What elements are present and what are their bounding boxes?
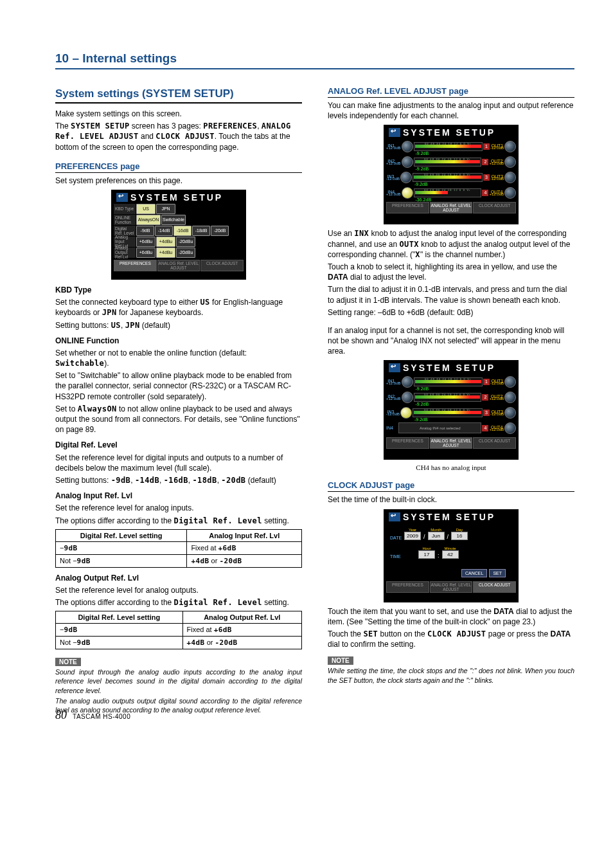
text: dial to adjust the level.: [348, 273, 427, 282]
option-button: -20dB: [211, 226, 229, 236]
value: +12.0dB: [489, 397, 504, 401]
value: -12.0dB: [386, 412, 400, 416]
row-label: Analog Output Ref.Lvl: [114, 248, 136, 258]
field-value: 16: [451, 532, 468, 540]
text: setting.: [262, 598, 289, 607]
value: +12.0dB: [489, 192, 504, 196]
body-text: Setting range: –6dB to +6dB (default: 0d…: [328, 307, 574, 318]
row-label: KBD Type: [114, 204, 136, 214]
level-meter: 60 48 36 24 18 12 6 0 Vr-9.2dB: [414, 393, 482, 402]
runhead: Analog Output Ref. Lvl: [55, 573, 302, 583]
subheading-preferences: PREFERENCES page: [55, 161, 302, 173]
text: (default): [245, 476, 276, 485]
channel-num: 3: [483, 174, 490, 181]
level-meter: 60 48 36 24 18 12 6 0 Vr-9.2dB: [414, 142, 483, 151]
runhead: KBD Type: [55, 285, 302, 295]
knob-icon: [402, 376, 413, 388]
table-header: Analog Output Ref. Lvl: [182, 611, 301, 624]
body-text: Set the reference level for digital inpu…: [55, 453, 302, 473]
knob-icon: [504, 172, 516, 183]
body-text: Make system settings on this screen.: [55, 109, 302, 119]
table-cell: +4dB or -20dB: [187, 554, 302, 567]
field-value: 17: [418, 550, 435, 559]
body-text: Touch the item that you want to set, and…: [328, 606, 574, 627]
left-column: System settings (SYSTEM SETUP) Make syst…: [55, 86, 302, 716]
text: " is the channel number.): [420, 250, 505, 259]
text: or: [209, 557, 219, 565]
option-button: -14dB: [155, 226, 173, 236]
level-meter: 60 48 36 24 18 12 6 0 Vr-9.2dB: [414, 377, 483, 386]
body-text: Set to AlwaysON to not allow online play…: [55, 404, 302, 435]
separator: /: [422, 534, 427, 540]
ui-term: PREFERENCES: [203, 122, 257, 131]
value: -12.0dB: [490, 412, 504, 416]
tab: CLOCK ADJUST: [473, 202, 516, 213]
ui-term: +6dB: [214, 626, 232, 634]
value: +12.0dB: [386, 161, 401, 165]
body-text: Touch the SET button on the CLOCK ADJUST…: [328, 629, 574, 649]
figure-caption: CH4 has no analog input: [328, 464, 574, 471]
table-header: Digital Ref. Level setting: [56, 529, 187, 541]
ui-term: SYSTEM SETUP: [71, 122, 130, 131]
channel-label: IN4: [386, 426, 398, 430]
text: for Japanese keyboards.: [117, 308, 204, 317]
body-text: Set whether or not to enable the online …: [55, 348, 302, 368]
text: The: [55, 122, 71, 131]
text: The options differ according to the: [55, 598, 174, 607]
ui-term: 9dB: [77, 557, 91, 565]
channel-num: 4: [482, 190, 488, 196]
value: -9.2dB: [414, 182, 428, 186]
option-button: +4dBu: [156, 248, 175, 258]
value: -12.0dB: [490, 381, 504, 385]
tab: PREFERENCES: [386, 437, 429, 449]
body-text: Turn the dial to adjust it in 0.1-dB int…: [328, 284, 574, 305]
knob-icon: [402, 187, 413, 199]
text: Not −: [60, 557, 77, 565]
ui-term: US: [200, 298, 209, 307]
section-title-system: System settings (SYSTEM SETUP): [55, 87, 302, 104]
table-header: Analog Input Ref. Lvl: [187, 529, 302, 541]
text: ,: [188, 476, 193, 485]
body-text: The SYSTEM SETUP screen has 3 pages: PRE…: [55, 121, 302, 152]
level-meter: 60 48 36 24 18 12 6 0 Vr-9.2dB: [414, 158, 482, 167]
text: Fixed at: [191, 544, 218, 552]
tab: ANALOG Ref. LEVEL ADJUST: [430, 202, 473, 213]
runhead: Analog Input Ref. Lvl: [55, 491, 302, 501]
set-button: SET: [489, 569, 506, 577]
knob-icon: [504, 141, 516, 152]
note-label: NOTE: [55, 658, 81, 666]
value: -12.0dB: [490, 146, 504, 150]
tab: CLOCK ADJUST: [200, 260, 244, 271]
value: -9.2dB: [416, 167, 429, 171]
screenshot-analog-notselected: SYSTEM SETUP IN1+12.0dB 60 48 36 24 18 1…: [384, 360, 519, 460]
knob-icon: [402, 156, 413, 168]
text: Touch the item that you want to set, and…: [328, 607, 493, 616]
option-button: Switchable: [161, 215, 186, 225]
screenshot-title: SYSTEM SETUP: [130, 192, 223, 203]
back-icon: [116, 193, 128, 202]
text: or: [205, 638, 215, 646]
ui-term: AlwaysON: [78, 404, 117, 413]
body-text: Set the connected keyboard type to eithe…: [55, 297, 302, 318]
note-label: NOTE: [328, 656, 353, 665]
table-cell: Fixed at +6dB: [182, 624, 301, 637]
text: Set the connected keyboard type to eithe…: [55, 298, 200, 307]
knob-icon: [504, 156, 516, 168]
ui-term: DATA: [493, 607, 514, 616]
chapter-title: 10 – Internal settings: [55, 51, 574, 69]
body-text: Set system preferences on this page.: [55, 176, 302, 186]
tab: ANALOG Ref. LEVEL ADJUST: [430, 581, 473, 593]
text: (default): [140, 321, 170, 330]
ui-term: Digital Ref. Level: [174, 598, 262, 607]
channel-num: 1: [483, 143, 490, 150]
text: Touch the: [328, 629, 363, 638]
text: dial to confirm the setting.: [328, 640, 416, 649]
separator: :: [436, 552, 441, 559]
ui-term: +4dB: [191, 557, 209, 565]
knob-icon: [504, 392, 516, 403]
runhead: ONLINE Function: [55, 336, 302, 346]
value: +12.0dB: [489, 428, 504, 431]
tab: CLOCK ADJUST: [473, 437, 516, 449]
channel-num: 2: [482, 394, 488, 401]
table-analog-input: Digital Ref. Level settingAnalog Input R…: [55, 529, 302, 568]
